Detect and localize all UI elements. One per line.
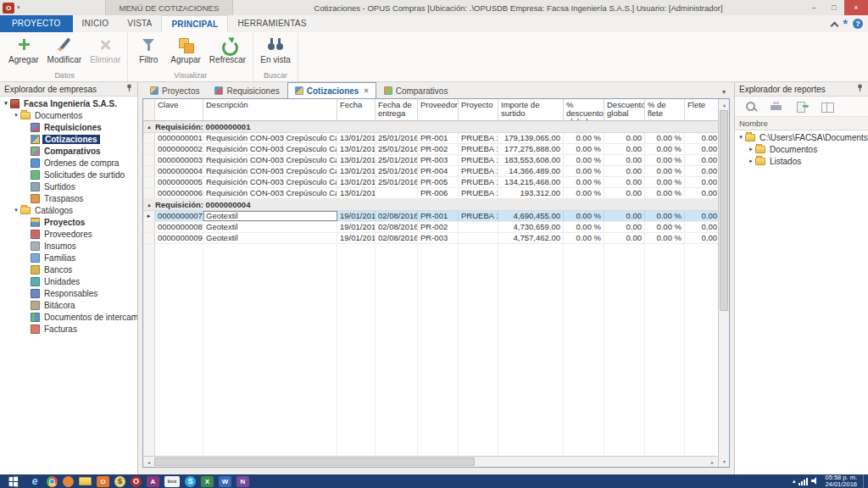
- column-header-descuento-global[interactable]: % descuento global: [564, 99, 604, 120]
- tree-item-proyectos[interactable]: Proyectos: [0, 216, 137, 228]
- file-explorer-icon[interactable]: [79, 477, 92, 485]
- firefox-icon[interactable]: [63, 476, 74, 487]
- column-header-descuento-global[interactable]: Descuento global: [604, 99, 645, 120]
- tree-item-comparativos[interactable]: Comparativos: [0, 145, 137, 157]
- contextual-tab-header[interactable]: MENÚ DE COTIZACIONES: [105, 0, 234, 15]
- tree-item-traspasos[interactable]: Traspasos: [0, 192, 137, 204]
- doc-tab-requisiciones[interactable]: Requisiciones: [207, 82, 287, 98]
- column-header-proyecto[interactable]: Proyecto: [459, 99, 498, 120]
- collapse-arrow-icon[interactable]: ▾: [12, 112, 20, 119]
- column-header-proveedor[interactable]: Proveedor: [418, 99, 459, 120]
- grid-row[interactable]: 0000000009Geotextil19/01/201602/08/2016P…: [143, 233, 718, 244]
- tree-item-listados[interactable]: ▸Listados: [735, 155, 868, 167]
- reportes-column-header[interactable]: Nombre: [735, 117, 868, 130]
- network-icon[interactable]: [798, 478, 808, 485]
- maximize-button[interactable]: □: [824, 0, 844, 15]
- grid-row[interactable]: 0000000006Requisición CON-003 Crepúsculo…: [143, 188, 718, 199]
- vertical-scroll-thumb[interactable]: [720, 110, 728, 311]
- options-icon[interactable]: *: [843, 19, 848, 29]
- coin-icon[interactable]: $: [114, 476, 125, 487]
- volume-icon[interactable]: [811, 477, 819, 486]
- doc-tab-cotizaciones[interactable]: Cotizaciones×: [287, 82, 376, 98]
- tray-chevron-icon[interactable]: ▴: [793, 478, 796, 485]
- grid-row[interactable]: 0000000008Geotextil19/01/201602/08/2016P…: [143, 222, 718, 233]
- expand-arrow-icon[interactable]: ▸: [747, 146, 755, 152]
- ribbon-tab-herramientas[interactable]: HERRAMIENTAS: [228, 15, 315, 32]
- collapse-arrow-icon[interactable]: ▾: [12, 207, 20, 214]
- scroll-up-icon[interactable]: ▴: [719, 99, 730, 110]
- vertical-scrollbar[interactable]: ▴ ▾: [718, 99, 729, 467]
- tree-item-unidades[interactable]: Unidades: [0, 275, 137, 287]
- tree-item-proveedores[interactable]: Proveedores: [0, 228, 137, 240]
- tab-list-dropdown-icon[interactable]: ▾: [718, 88, 730, 98]
- box-icon[interactable]: box: [164, 476, 180, 487]
- skype-icon[interactable]: S: [185, 476, 196, 487]
- vertical-scroll-track[interactable]: [719, 110, 729, 456]
- collapse-ribbon-icon[interactable]: [831, 20, 838, 28]
- print-report-button[interactable]: [767, 99, 786, 114]
- grid-row[interactable]: 0000000005Requisición CON-003 Crepúsculo…: [143, 177, 718, 188]
- pin-icon[interactable]: [856, 84, 864, 94]
- collapse-arrow-icon[interactable]: ▾: [737, 134, 745, 141]
- tree-item-familias[interactable]: Familias: [0, 252, 137, 263]
- column-header-fecha[interactable]: Fecha: [337, 99, 376, 120]
- ribbon-tab-principal[interactable]: PRINCIPAL: [161, 15, 228, 32]
- export-report-button[interactable]: [793, 99, 811, 114]
- grid-row[interactable]: 0000000004Requisición CON-003 Crepúsculo…: [143, 166, 718, 177]
- tree-item-responsables[interactable]: Responsables: [0, 287, 137, 299]
- group-row[interactable]: ▲Requisición: 0000000001: [143, 121, 718, 133]
- preview-report-button[interactable]: [742, 99, 760, 114]
- ribbon-tab-inicio[interactable]: INICIO: [73, 15, 119, 32]
- agregar-button[interactable]: Agregar: [4, 33, 43, 70]
- group-row[interactable]: ▲Requisición: 0000000004: [143, 199, 718, 211]
- doc-tab-comparativos[interactable]: Comparativos: [376, 82, 456, 98]
- tree-item-catalogos[interactable]: ▾Catálogos: [0, 204, 137, 216]
- access-icon[interactable]: A: [147, 476, 159, 487]
- columns-report-button[interactable]: [818, 99, 837, 114]
- agrupar-button[interactable]: Agrupar: [166, 33, 205, 70]
- refrescar-button[interactable]: Refrescar: [205, 33, 250, 70]
- tree-item-documentos[interactable]: ▾Documentos: [0, 109, 137, 121]
- scroll-down-icon[interactable]: ▾: [719, 456, 730, 467]
- modificar-button[interactable]: Modificar: [43, 33, 86, 70]
- filtro-button[interactable]: Filtro: [131, 33, 166, 70]
- column-header-de-flete[interactable]: % de flete: [645, 99, 685, 120]
- horizontal-scrollbar[interactable]: ◂ ▸: [143, 456, 718, 467]
- grid-row[interactable]: 0000000001Requisición CON-003 Crepúsculo…: [143, 133, 718, 144]
- tree-item-surtidos[interactable]: Surtidos: [0, 180, 137, 192]
- tree-item-cotizaciones[interactable]: Cotizaciones: [0, 133, 137, 145]
- horizontal-scroll-thumb[interactable]: [154, 458, 475, 466]
- tree-item-documentos[interactable]: ▸Documentos: [735, 143, 868, 155]
- help-icon[interactable]: ?: [853, 19, 863, 29]
- scroll-right-icon[interactable]: ▸: [707, 457, 718, 468]
- expand-arrow-icon[interactable]: ▸: [747, 158, 755, 164]
- column-header-flete[interactable]: Flete: [685, 99, 718, 120]
- show-desktop-button[interactable]: [863, 474, 867, 488]
- en-vista-button[interactable]: En vista: [256, 33, 295, 70]
- column-header-importe-de-surtido[interactable]: Importe de surtido: [498, 99, 564, 120]
- collapse-arrow-icon[interactable]: ▾: [2, 100, 10, 107]
- tree-item-solicitudes-de-surtido[interactable]: Solicitudes de surtido: [0, 169, 137, 180]
- quick-access-dropdown-icon[interactable]: ▾: [17, 4, 20, 11]
- onenote-icon[interactable]: N: [236, 476, 249, 487]
- ribbon-tab-vista[interactable]: VISTA: [118, 15, 161, 32]
- column-header-descripcion[interactable]: Descripción: [203, 99, 337, 120]
- ribbon-tab-proyecto[interactable]: PROYECTO: [0, 15, 73, 32]
- tree-item-bancos[interactable]: Bancos: [0, 263, 137, 275]
- doc-tab-proyectos[interactable]: Proyectos: [142, 82, 207, 98]
- minimize-button[interactable]: –: [804, 0, 824, 15]
- tree-item-bitacora[interactable]: Bitácora: [0, 299, 137, 311]
- grid-row[interactable]: ▸0000000007Geotextil19/01/201602/08/2016…: [143, 211, 718, 222]
- tree-item-facsa-ingenieria-s-a-s[interactable]: ▾Facsa Ingeniería S.A.S.: [0, 97, 137, 109]
- scroll-left-icon[interactable]: ◂: [143, 457, 154, 468]
- excel-icon[interactable]: X: [201, 476, 214, 487]
- tree-item-insumos[interactable]: Insumos: [0, 240, 137, 252]
- column-header-fecha-de-entrega[interactable]: Fecha de entrega: [376, 99, 418, 120]
- tree-item-documentos-de-intercambio[interactable]: Documentos de intercambio: [0, 311, 137, 323]
- tree-item-c-users-facsa-documents-ecosof[interactable]: ▾C:\Users\FACSA\Documents\Ecosof...: [735, 131, 868, 143]
- tree-item-requisiciones[interactable]: Requisiciones: [0, 121, 137, 133]
- close-button[interactable]: ×: [844, 0, 868, 15]
- grid-row[interactable]: 0000000003Requisición CON-003 Crepúsculo…: [143, 155, 718, 166]
- column-header-clave[interactable]: Clave: [155, 99, 203, 120]
- tree-item-ordenes-de-compra[interactable]: Órdenes de compra: [0, 157, 137, 169]
